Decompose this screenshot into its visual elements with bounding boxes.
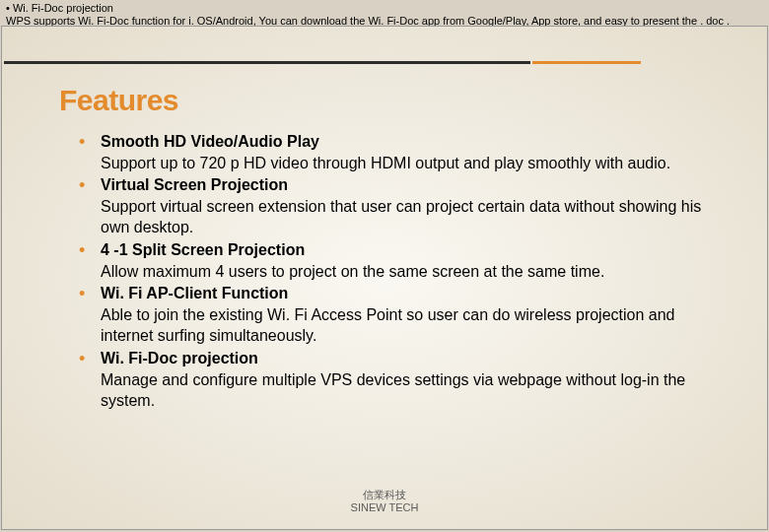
- item-body: Manage and configure multiple VPS device…: [101, 369, 728, 412]
- item-heading: Smooth HD Video/Audio Play: [101, 133, 319, 150]
- item-body: Allow maximum 4 users to project on the …: [101, 261, 728, 283]
- list-item: Wi. Fi-Doc projection Manage and configu…: [79, 348, 728, 412]
- divider-main: [4, 61, 530, 64]
- divider-accent: [532, 61, 641, 64]
- item-body: Support virtual screen extension that us…: [101, 196, 728, 238]
- slide-frame: Features Smooth HD Video/Audio Play Supp…: [1, 26, 768, 530]
- list-item: Virtual Screen Projection Support virtua…: [79, 174, 728, 238]
- feature-list: Smooth HD Video/Audio Play Support up to…: [79, 131, 728, 413]
- item-body: Support up to 720 p HD video through HDM…: [101, 153, 728, 174]
- slide-footer: 信業科技 SINEW TECH: [2, 489, 767, 516]
- item-body: Able to join the existing Wi. Fi Access …: [101, 304, 728, 347]
- item-heading: Virtual Screen Projection: [101, 176, 288, 193]
- top-line-1: • Wi. Fi-Doc projection: [6, 2, 113, 14]
- footer-line-1: 信業科技: [363, 489, 406, 500]
- slide-title: Features: [59, 84, 178, 117]
- top-line-2: WPS supports Wi. Fi-Doc function for i. …: [6, 15, 730, 27]
- list-item: Wi. Fi AP-Client Function Able to join t…: [79, 283, 728, 347]
- list-item: 4 -1 Split Screen Projection Allow maxim…: [79, 239, 728, 282]
- item-heading: 4 -1 Split Screen Projection: [101, 241, 305, 258]
- footer-line-2: SINEW TECH: [351, 501, 419, 513]
- list-item: Smooth HD Video/Audio Play Support up to…: [79, 131, 728, 173]
- top-context-text: • Wi. Fi-Doc projection WPS supports Wi.…: [6, 2, 765, 27]
- item-heading: Wi. Fi AP-Client Function: [101, 285, 288, 301]
- item-heading: Wi. Fi-Doc projection: [101, 350, 258, 366]
